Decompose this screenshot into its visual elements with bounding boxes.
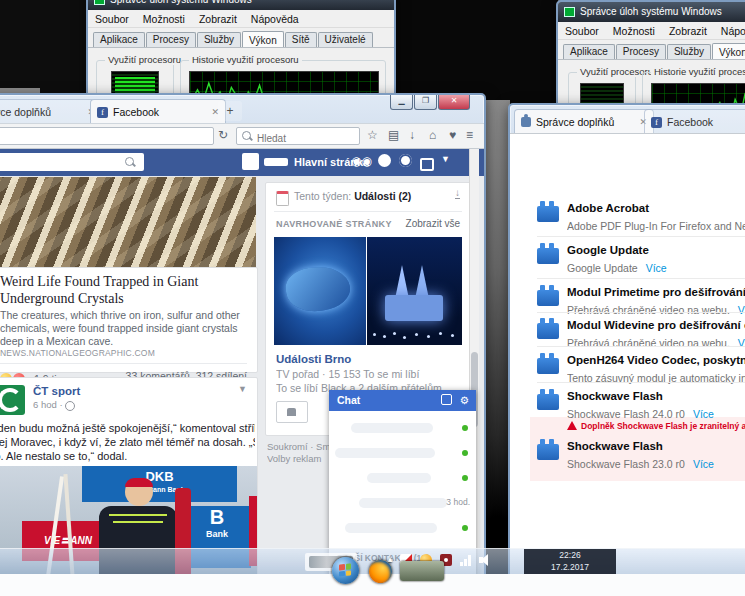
messenger-icon[interactable] [378,154,391,167]
url-bar[interactable] [0,127,214,145]
addon-row[interactable]: Google Update Google UpdateVíce [567,240,745,276]
menu-soubor[interactable]: Soubor [88,13,136,25]
tab-sluzby[interactable]: Služby [667,44,711,59]
ctsport-page-name[interactable]: ČT sport [33,385,80,397]
suggested-page-image-map[interactable] [274,237,366,345]
download-icon[interactable]: ↓ [455,187,460,199]
footer-links[interactable]: Volby reklam [267,453,327,464]
more-link[interactable]: Více [693,458,714,470]
restore-button[interactable]: ❐ [414,95,437,110]
tab-sluzby[interactable]: Služby [197,32,241,47]
ctsport-avatar[interactable] [0,385,25,415]
see-all-link[interactable]: Zobrazit vše [406,218,460,229]
search-input[interactable] [255,132,363,145]
menu-zobrazit[interactable]: Zobrazit [192,13,244,25]
facebook-search-input[interactable] [0,153,144,171]
suggested-page-image-cathedral[interactable] [367,237,462,345]
profile-name[interactable] [264,158,288,166]
menu-moznosti[interactable]: Možnosti [136,13,192,25]
tab-procesy[interactable]: Procesy [146,32,196,47]
volume-speaker-icon[interactable] [479,554,493,566]
profile-avatar[interactable] [242,153,259,170]
post-time: 6 hod · [33,399,63,410]
post-options-chevron-icon[interactable]: ▼ [238,384,247,394]
menu-napoveda[interactable]: Nápověda [714,25,745,37]
clock-time: 22:26 [524,549,616,561]
post-text-line: dřej Moravec, i když ví, že zlato měl té… [0,436,255,448]
menu-soubor[interactable]: Soubor [558,25,606,37]
chat-contact[interactable] [335,448,435,458]
minimize-button[interactable]: ▁ [390,95,413,110]
tab-close-icon[interactable]: ✕ [203,107,219,117]
taskmgr-tabs: Aplikace Procesy Služby Výkon Sítě Uživa… [558,40,745,59]
browser-tab-addons[interactable]: vce doplňků ✕ [0,99,102,124]
more-link[interactable]: Více [693,408,714,420]
plugin-icon [537,394,559,410]
window-title: Správce úloh systému Windows [580,6,722,17]
taskbar-app-thumbnail[interactable] [400,561,444,581]
chat-contact[interactable] [359,498,447,508]
reload-icon[interactable]: ↻ [218,128,228,142]
chat-contact[interactable] [367,473,431,483]
tab-vykon[interactable]: Výkon [242,31,284,48]
post-natgeo-card: Weird Life Found Trapped in Giant Underg… [0,267,258,373]
addon-row[interactable]: Adobe Acrobat Adobe PDF Plug-In For Fire… [567,198,745,234]
pocket-icon[interactable]: ♥ [449,128,456,142]
addon-row[interactable]: Shockwave Flash Shockwave Flash 24.0 r0V… [567,386,745,422]
addon-row[interactable]: Shockwave Flash Shockwave Flash 23.0 r0V… [567,436,745,472]
new-tab-button[interactable]: + [218,101,242,121]
chat-contact[interactable] [351,423,433,433]
online-status-dot [462,425,468,431]
chat-header[interactable]: Chat ⚙ [329,390,476,411]
athlete-head [125,478,153,506]
addon-row[interactable]: OpenH264 Video Codec, poskytnutý společ … [567,350,745,386]
taskbar-clock[interactable]: 22:26 17.2.2017 [524,549,616,575]
privacy-lock-icon[interactable] [420,158,434,171]
more-link[interactable]: Více [646,262,667,274]
menu-zobrazit[interactable]: Zobrazit [662,25,714,37]
page-like-button[interactable] [276,401,308,423]
tab-site[interactable]: Sítě [285,32,317,47]
notifications-globe-icon[interactable] [399,154,412,167]
friend-requests-icon[interactable]: ◉◉ [351,154,372,168]
window-controls: ▁ ❐ ✕ [389,95,470,110]
start-button[interactable] [332,557,359,584]
article-headline[interactable]: Weird Life Found Trapped in Giant Underg… [0,273,247,307]
menu-napoveda[interactable]: Nápověda [244,13,306,25]
home-icon[interactable]: ⌂ [429,128,436,142]
tab-aplikace[interactable]: Aplikace [93,32,145,47]
taskbar-firefox-icon[interactable] [369,560,392,583]
chat-contact[interactable] [345,523,437,533]
weekly-events[interactable]: Tento týden: Události (2) [294,190,411,202]
bookmarks-panel-icon[interactable]: ▤ [388,128,399,142]
flash-vulnerability-warning: Doplněk Shockwave Flash je zranitelný a … [567,421,745,431]
plugin-icon [537,290,559,306]
tab-aplikace[interactable]: Aplikace [563,44,615,59]
windows-flag-icon [339,563,351,576]
browser-tab-facebook[interactable]: f Facebook ✕ [90,99,226,124]
search-field[interactable] [236,127,360,145]
chat-settings-gear-icon[interactable]: ⚙ [460,390,469,411]
downloads-icon[interactable]: ↓ [409,128,415,142]
tab-procesy[interactable]: Procesy [616,44,666,59]
chat-compose-icon[interactable] [441,394,452,405]
tab-vykon[interactable]: Výkon [712,43,745,60]
browser-tab-addons-manager[interactable]: Správce doplňků ✕ [514,109,654,134]
browser-tabstrip: vce doplňků ✕ f Facebook ✕ + ▁ ❐ ✕ [0,95,484,123]
menu-moznosti[interactable]: Možnosti [606,25,662,37]
bookmark-star-icon[interactable]: ☆ [367,128,378,142]
browser-tab-facebook[interactable]: f Facebook ✕ [644,109,745,134]
window-titlebar[interactable]: Správce úloh systému Windows [88,0,394,10]
post-ctsport-card: ČT sport 6 hod · ▼ týden budu možná ješt… [0,377,258,576]
close-button[interactable]: ✕ [438,95,470,110]
desktop: Správce úloh systému Windows Soubor Možn… [0,0,745,596]
account-caret-icon[interactable]: ▼ [441,154,450,164]
more-link[interactable]: Více [738,337,745,349]
tab-uzivatele[interactable]: Uživatelé [318,32,373,47]
suggested-page-name[interactable]: Události Brno [276,353,351,365]
menu-hamburger-icon[interactable]: ≡ [466,128,473,142]
network-signal-icon[interactable] [460,554,473,566]
clock-date: 17.2.2017 [524,561,616,573]
suggested-pages-header: NAVRHOVANÉ STRÁNKY [276,219,392,229]
window-titlebar[interactable]: Správce úloh systému Windows [558,2,745,22]
